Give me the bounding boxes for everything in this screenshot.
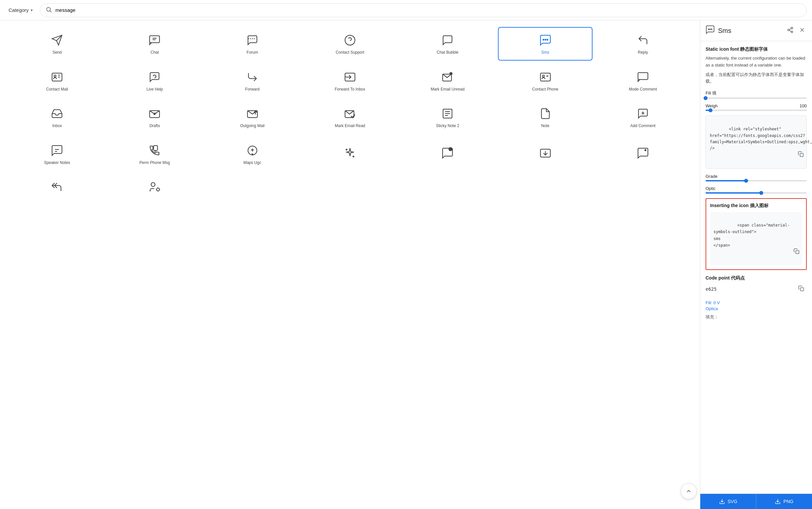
svg-point-18: [449, 72, 452, 75]
outgoing-mail-icon: [246, 107, 259, 120]
insert-code-block: <span class="material-symbols-outlined">…: [710, 212, 802, 266]
icon-cell-drafts[interactable]: Drafts: [107, 100, 202, 134]
icon-cell-maps-ugc[interactable]: Maps Ugc: [205, 137, 300, 171]
right-panel: Sms Static icon font 静态图标字体: [700, 21, 812, 509]
icon-cell-live-help[interactable]: Live Help: [107, 64, 202, 97]
icon-cell-forward[interactable]: Forward: [205, 64, 300, 97]
perm-phone-msg-icon: [148, 144, 161, 157]
static-font-title: Static icon font 静态图标字体: [706, 46, 807, 53]
icon-label-perm-phone-msg: Perm Phone Msg: [139, 160, 170, 166]
static-font-desc-en: Alternatively, the current configuration…: [706, 55, 807, 69]
icon-cell-send[interactable]: Send: [10, 27, 104, 61]
chat-icon: [148, 34, 161, 47]
close-button[interactable]: [798, 25, 807, 36]
manage-accounts-icon: [148, 180, 161, 194]
optical-label: Optic: [706, 186, 715, 191]
icon-cell-inbox[interactable]: Inbox: [10, 100, 104, 134]
code-point-value: e625: [706, 284, 807, 294]
icon-cell-perm-phone-msg[interactable]: Perm Phone Msg: [107, 137, 202, 171]
icon-cell-note[interactable]: Note: [498, 100, 592, 134]
quick-phrases-icon: [636, 146, 650, 160]
icon-cell-chat[interactable]: Chat: [107, 27, 202, 61]
search-input[interactable]: message: [55, 7, 801, 13]
chevron-down-icon: ▾: [31, 8, 33, 12]
icon-cell-contact-phone[interactable]: Contact Phone: [498, 64, 592, 97]
send-icon: [51, 34, 64, 47]
icon-grid: Send Chat: [10, 27, 690, 202]
inbox-icon: [51, 107, 64, 120]
mode-comment-icon: [636, 70, 650, 83]
maps-ugc-icon: [246, 144, 259, 157]
search-area: message: [40, 3, 807, 17]
icon-label-speaker-notes: Speaker Notes: [44, 160, 70, 166]
drafts-icon: [148, 107, 161, 120]
icon-cell-add-comment[interactable]: Add Comment: [596, 100, 690, 134]
icon-cell-contact-support[interactable]: Contact Support: [303, 27, 397, 61]
svg-point-49: [157, 188, 159, 191]
auto-awesome-icon: [343, 146, 356, 160]
icon-cell-reply[interactable]: Reply: [596, 27, 690, 61]
panel-content: Static icon font 静态图标字体 Alternatively, t…: [700, 41, 812, 494]
icon-grid-area: Send Chat: [0, 21, 700, 509]
icon-label-outgoing-mail: Outgoing Mail: [240, 124, 264, 129]
svg-rect-12: [52, 73, 62, 81]
sms-icon: [539, 34, 552, 47]
contact-phone-icon: [539, 70, 552, 83]
icon-cell-mode-comment[interactable]: Mode Comment: [596, 64, 690, 97]
code-point-title: Code point 代码点: [706, 275, 807, 281]
fill-link[interactable]: Fill: 0 VOptica: [706, 300, 720, 311]
fill-row: Fill 填: [706, 90, 807, 99]
weight-label: Weigh: [706, 103, 718, 108]
weight-row: Weigh 100: [706, 103, 807, 111]
icon-cell-contact-mail[interactable]: Contact Mail: [10, 64, 104, 97]
svg-point-47: [644, 149, 646, 151]
svg-rect-19: [540, 73, 550, 81]
scroll-to-top-button[interactable]: [681, 483, 697, 499]
icon-cell-reply-all[interactable]: [10, 174, 104, 202]
icon-label-maps-ugc: Maps Ugc: [244, 160, 261, 166]
svg-point-55: [710, 29, 711, 30]
copy-insert-code-button[interactable]: [774, 241, 800, 263]
icon-cell-speaker-notes[interactable]: Speaker Notes: [10, 137, 104, 171]
icon-cell-outgoing-mail[interactable]: Outgoing Mail: [205, 100, 300, 134]
icon-cell-forum[interactable]: Forum: [205, 27, 300, 61]
note-icon: [539, 107, 552, 120]
copy-code-point-button[interactable]: [798, 285, 804, 293]
svg-point-10: [545, 39, 546, 40]
icon-cell-chat-bubble[interactable]: Chat Bubble: [400, 27, 495, 61]
icon-label-forum: Forum: [247, 50, 258, 55]
icon-cell-forward-to-inbox-2[interactable]: [498, 137, 592, 171]
icon-cell-forward-to-inbox[interactable]: Forward To Inbox: [303, 64, 397, 97]
svg-point-0: [46, 7, 51, 11]
icon-cell-mark-email-read[interactable]: Mark Email Read: [303, 100, 397, 134]
icon-label-contact-phone: Contact Phone: [532, 87, 558, 92]
panel-icon-name: Sms: [718, 27, 782, 35]
weight-value: 100: [800, 103, 807, 108]
sticky-note-2-icon: [441, 107, 454, 120]
icon-label-sticky-note-2: Sticky Note 2: [436, 124, 459, 129]
contact-mail-icon: [51, 70, 64, 83]
icon-label-contact-mail: Contact Mail: [46, 87, 68, 92]
icon-cell-manage-accounts[interactable]: [107, 174, 202, 202]
reply-all-icon: [51, 180, 64, 194]
icon-cell-auto-awesome[interactable]: [303, 137, 397, 171]
icon-cell-mark-chat-unread[interactable]: [400, 137, 495, 171]
download-svg-button[interactable]: SVG: [700, 494, 756, 509]
category-button[interactable]: Category ▾: [5, 5, 36, 15]
icon-cell-sms[interactable]: Sms: [498, 27, 592, 61]
svg-rect-21: [638, 72, 648, 79]
share-button[interactable]: [786, 25, 795, 36]
chat-bubble-icon: [441, 34, 454, 47]
icon-cell-quick-phrases[interactable]: [596, 137, 690, 171]
icon-label-forward: Forward: [245, 87, 260, 92]
icon-label-send: Send: [53, 50, 62, 55]
svg-rect-64: [800, 153, 804, 157]
icon-cell-sticky-note-2[interactable]: Sticky Note 2: [400, 100, 495, 134]
copy-link-code-button[interactable]: [781, 144, 804, 166]
reply-icon: [636, 34, 650, 47]
download-png-button[interactable]: PNG: [756, 494, 812, 509]
svg-point-57: [791, 27, 793, 29]
svg-point-20: [542, 75, 544, 77]
icon-cell-mark-email-unread[interactable]: Mark Email Unread: [400, 64, 495, 97]
grade-row: Grade: [706, 174, 807, 181]
